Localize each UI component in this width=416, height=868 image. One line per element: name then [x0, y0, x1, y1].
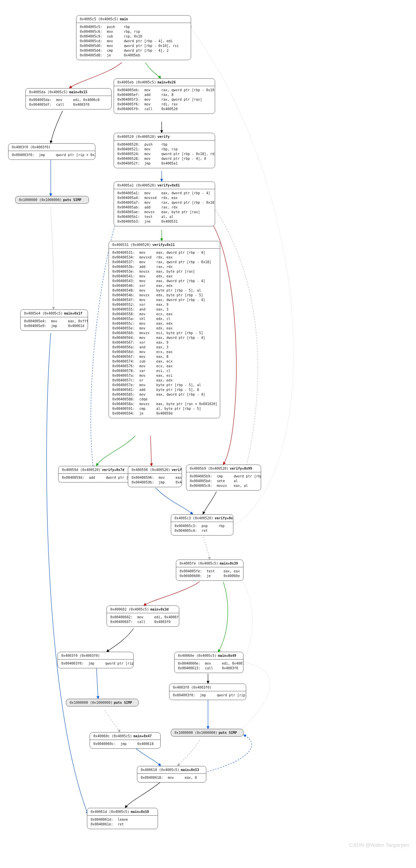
node-fn: main+0x53: [181, 768, 199, 772]
node-title: 0x4005c5 (0x4005c5)main: [76, 16, 191, 23]
node-puts2: 0x1000000 (0x1000000)puts SIMP: [66, 699, 139, 706]
node-addr: 0x1000000 (0x1000000): [19, 198, 62, 202]
node-main_0x26: 0x4005eb (0x4005c5)main+0x260x004005eb:m…: [114, 78, 215, 114]
node-fn: puts SIMP: [218, 731, 237, 735]
instruction: 0x00400558:movecx, eax: [112, 312, 220, 317]
node-title: 0x4005da (0x4005c5)main+0x15: [26, 89, 111, 96]
instruction: 0x0040056d:movecx, eax: [112, 350, 220, 354]
node-fn: main+0x1f: [64, 312, 82, 315]
instruction: 0x00400528:movdword ptr [rbp - 4], 0: [117, 156, 215, 161]
instruction: 0x004005c5:pushrbp: [80, 25, 191, 29]
node-main: 0x4005c5 (0x4005c5)main0x004005c5:pushrb…: [76, 15, 191, 60]
instruction: 0x0040055a:shledx, cl: [112, 317, 220, 321]
instruction: 0x0040056f:moveax, 8: [112, 354, 220, 359]
node-main_0x1f: 0x4005e4 (0x4005c5)main+0x1f0x004005e4:m…: [20, 309, 88, 331]
node-title: 0x1000000 (0x1000000)puts SIMP: [171, 729, 243, 736]
instruction: 0x0040057c:oreax, edx: [112, 378, 220, 383]
instruction: 0x0040053b:addrax, rdx: [112, 265, 220, 269]
instruction: 0x0040055e:movedx, eax: [112, 326, 220, 331]
node-fn: main+0x3d: [150, 607, 168, 611]
node-puts3: 0x1000000 (0x1000000)puts SIMP: [171, 729, 244, 737]
instruction: 0x0040060c:jmp0x400618: [93, 742, 160, 746]
instruction: 0x004005ab:addrax, rdx: [117, 205, 215, 210]
node-plt2: 0x4003f0 (0x4003f0)0x004003f0:jmpqword p…: [57, 652, 134, 668]
instruction: 0x004003f0:jmpqword ptr [rip + 0x200c0a]: [12, 153, 95, 157]
instruction: 0x004005d4:cmpdword ptr [rbp - 4], 2: [80, 48, 191, 53]
instruction: 0x00400564:moveax, dword ptr [rbp - 4]: [112, 336, 220, 340]
instruction: 0x004005cd:movdword ptr [rbp - 4], edi: [80, 39, 191, 44]
node-title: 0x4005eb (0x4005c5)main+0x26: [114, 79, 215, 86]
instruction: 0x004005c6:movrbp, rsp: [80, 29, 191, 34]
instruction: 0x004005eb:movrax, qword ptr [rbp - 0x10…: [117, 88, 215, 93]
instruction: 0x00400524:movqword ptr [rbp - 0x18], rd…: [117, 152, 215, 156]
instruction: 0x004005d8:je0x4005eb: [80, 53, 191, 58]
node-body: 0x00400618:moveax, 0: [137, 774, 206, 782]
node-fn: main+0x39: [219, 562, 238, 565]
node-fn: verify+0x81: [157, 183, 180, 187]
node-addr: 0x4005e4 (0x4005c5): [24, 312, 63, 315]
node-verify_0x81: 0x4005a1 (0x400520)verify+0x810x004005a1…: [114, 181, 215, 226]
instruction: 0x00400541:movedx, eax: [112, 274, 220, 279]
node-body: 0x004005e4:moveax, 0xffffffff0x004005e9:…: [21, 317, 88, 330]
node-fn: verify: [157, 135, 169, 139]
node-main_0x3d: 0x400602 (0x4005c5)main+0x3d0x00400602:m…: [107, 605, 179, 627]
instruction: 0x0040054f:moveax, dword ptr [rbp - 4]: [112, 298, 220, 302]
node-fn: verify+0x7d: [102, 468, 124, 472]
node-title: 0x40059d (0x400520)verify+0x7d: [59, 466, 134, 474]
node-title: 0x4003f0 (0x4003f0): [169, 684, 246, 691]
instruction: 0x004005bd:seteal: [190, 479, 261, 483]
node-fn: main: [120, 17, 128, 21]
instruction: 0x00400602:movedi, 0x4006f0: [110, 615, 179, 620]
node-body: 0x004005a1:moveax, dword ptr [rbp - 4]0x…: [114, 189, 215, 226]
instruction: 0x0040052f:jmp0x4005a1: [117, 161, 215, 166]
node-title: 0x400596 (0x400520)verify+0x76: [128, 466, 182, 474]
instruction: 0x00400548:movbyte ptr [rbp - 5], al: [112, 288, 220, 293]
node-title: 0x4005fe (0x4005c5)main+0x39: [176, 560, 243, 567]
node-title: 0x1000000 (0x1000000)puts SIMP: [66, 699, 138, 706]
node-addr: 0x4005eb (0x4005c5): [117, 80, 156, 84]
node-title: 0x1000000 (0x1000000)puts SIMP: [16, 196, 89, 203]
instruction: 0x00400574:subeax, ecx: [112, 359, 220, 364]
node-addr: 0x400618 (0x4005c5): [141, 768, 179, 772]
node-addr: 0x400520 (0x400520): [117, 135, 156, 139]
instruction: 0x0040058a:movzxeax, byte ptr [rax + 0x6…: [112, 402, 220, 406]
node-fn: main+0x58: [131, 810, 149, 814]
instruction: 0x004005c9:subrsp, 0x10: [80, 34, 191, 39]
instruction: 0x0040057e:movbyte ptr [rbp - 5], al: [112, 383, 220, 388]
node-body: 0x00400602:movedi, 0x4006f00x00400607:ca…: [107, 613, 179, 626]
node-fn: main+0x49: [218, 654, 236, 658]
node-body: 0x00400520:pushrbp0x00400521:movrbp, rsp…: [114, 141, 215, 168]
node-addr: 0x4005c3 (0x400520): [175, 516, 213, 520]
node-title: 0x4003f0 (0x4003f0): [8, 144, 95, 151]
instruction: 0x00400596:moveax, 0: [132, 475, 182, 480]
node-body: 0x004005c5:pushrbp0x004005c6:movrbp, rsp…: [76, 23, 191, 60]
node-verify_0x76: 0x400596 (0x400520)verify+0x760x00400596…: [128, 466, 182, 487]
instruction: 0x00400555:andeax, 3: [112, 307, 220, 312]
node-main_0x58: 0x40061d (0x4005c5)main+0x580x0040061d:l…: [87, 808, 158, 829]
instruction: 0x004005da:movedi, 0x4006c8: [29, 98, 111, 102]
node-verify_0x11: 0x400531 (0x400520)verify+0x110x00400531…: [109, 241, 220, 418]
node-body: 0x0040059d:adddword ptr [rbp - 4], 1: [59, 474, 134, 482]
instruction: 0x00400560:movzxesi, byte ptr [rbp - 5]: [112, 331, 220, 336]
instruction: 0x00400567:xoreax, 9: [112, 340, 220, 345]
instruction: 0x004005a1:moveax, dword ptr [rbp - 4]: [117, 191, 215, 196]
instruction: 0x00400576:movecx, eax: [112, 364, 220, 369]
instruction: 0x004005c0:movzxeax, al: [190, 483, 261, 488]
node-title: 0x4003f0 (0x4003f0): [58, 652, 133, 660]
instruction: 0x004003f0:jmpqword ptr [rip + 0x200c0a]: [61, 661, 133, 666]
instruction: 0x00400578:saresi, cl: [112, 369, 220, 373]
node-addr: 0x4005b9 (0x400520): [190, 467, 228, 470]
node-addr: 0x40061d (0x4005c5): [91, 810, 129, 814]
node-title: 0x40060c (0x4005c5)main+0x47: [90, 733, 160, 740]
node-body: 0x004005c3:poprbp0x004005c4:ret: [171, 522, 233, 535]
instruction: 0x004005f9:call0x400520: [117, 107, 215, 111]
instruction: 0x00400585:moveax, dword ptr [rbp - 4]: [112, 392, 220, 397]
node-main_0x53: 0x400618 (0x4005c5)main+0x530x00400618:m…: [137, 766, 206, 783]
node-fn: puts SIMP: [114, 701, 132, 704]
node-body: 0x004003f0:jmpqword ptr [rip + 0x200c0a]: [169, 691, 246, 700]
node-body: 0x00400596:moveax, 00x0040059b:jmp0x4005…: [128, 474, 182, 487]
node-body: 0x0040061d:leave0x0040061e:ret: [87, 816, 158, 829]
node-title: 0x400618 (0x4005c5)main+0x53: [137, 766, 206, 774]
instruction: 0x00400537:movrax, qword ptr [rbp - 0x18…: [112, 260, 220, 265]
node-title: 0x400602 (0x4005c5)main+0x3d: [107, 606, 179, 613]
